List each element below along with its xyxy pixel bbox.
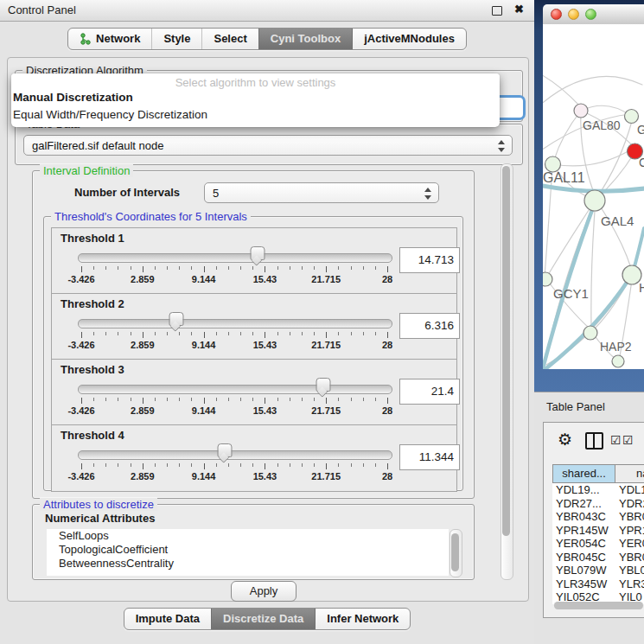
tick-mark	[252, 266, 253, 270]
algorithm-dropdown-popup: Select algorithm to view settings Manual…	[11, 73, 500, 127]
popup-option-equal-width[interactable]: Equal Width/Frequency Discretization	[13, 108, 207, 121]
slider-thumb[interactable]	[251, 246, 265, 260]
network-edge[interactable]	[596, 200, 631, 268]
network-node[interactable]	[584, 190, 605, 211]
tab-label: Network	[96, 29, 140, 49]
panel-scrollbar[interactable]	[501, 163, 513, 580]
attribute-item[interactable]: SelfLoops	[47, 529, 449, 543]
network-edge[interactable]	[554, 111, 581, 160]
tab-jactivemnodules[interactable]: jActiveMNodules	[352, 29, 466, 49]
tick-mark	[302, 266, 303, 270]
tick-label: 9.144	[192, 340, 216, 350]
attributes-group: Attributes to discretize Numerical Attri…	[32, 504, 475, 580]
tick-mark	[93, 463, 94, 467]
close-icon[interactable]: ✖	[514, 3, 524, 16]
gear-icon[interactable]: ⚙	[558, 430, 572, 450]
table-data-combobox[interactable]: galFiltered.sif default node	[23, 135, 513, 156]
slider-thumb[interactable]	[169, 312, 183, 326]
attribute-item[interactable]: BetweennessCentrality	[47, 557, 449, 571]
panel-title: Control Panel	[8, 3, 76, 16]
tick-mark	[179, 463, 180, 467]
tick-mark	[387, 463, 388, 469]
threshold-value-field[interactable]: 11.344	[399, 444, 460, 470]
checkbox-icon[interactable]: ☑	[610, 434, 622, 446]
tick-mark	[155, 332, 156, 335]
tab-cyni-toolbox[interactable]: Cyni Toolbox	[258, 29, 352, 49]
table-row[interactable]: YER054CYER0	[552, 537, 644, 551]
tick-label: 21.715	[311, 471, 341, 481]
tick-mark	[338, 332, 339, 335]
tick-mark	[326, 463, 327, 469]
minimize-traffic-light-icon[interactable]	[568, 9, 579, 20]
close-traffic-light-icon[interactable]	[551, 9, 562, 20]
float-window-icon[interactable]	[492, 6, 502, 16]
table-hscrollbar-thumb[interactable]	[554, 602, 643, 609]
tick-mark	[228, 266, 229, 270]
checkbox-icon[interactable]: ☑	[622, 434, 634, 446]
attributes-list[interactable]: SelfLoopsTopologicalCoefficientBetweenne…	[47, 529, 449, 576]
tick-mark	[290, 332, 290, 335]
table-row[interactable]: YBR045CYBR0	[552, 551, 644, 564]
table-row[interactable]: YBR043CYBR0	[552, 510, 644, 524]
tick-label: 15.43	[253, 274, 277, 284]
tick-mark	[118, 266, 118, 270]
tab-infer-network[interactable]: Infer Network	[315, 609, 410, 629]
column-header-name[interactable]: na	[615, 464, 644, 483]
attributes-scrollbar-thumb[interactable]	[451, 533, 459, 571]
zoom-traffic-light-icon[interactable]	[585, 9, 596, 20]
slider: -3.4262.8599.14415.4321.71528	[81, 425, 387, 491]
tick-mark	[155, 266, 156, 270]
tab-network[interactable]: Network	[68, 29, 151, 49]
tab-select[interactable]: Select	[201, 29, 258, 49]
apply-button[interactable]: Apply	[231, 581, 296, 602]
slider-thumb[interactable]	[218, 443, 233, 457]
table-row[interactable]: YDL19...YDL1	[552, 483, 644, 497]
node-label: GAL11	[543, 170, 585, 185]
tab-impute-data[interactable]: Impute Data	[124, 609, 211, 629]
network-icon	[80, 33, 92, 45]
tab-style[interactable]: Style	[151, 29, 201, 49]
table-row[interactable]: YDR27...YDR2	[552, 497, 644, 511]
panel-scrollbar-thumb[interactable]	[502, 166, 510, 536]
attribute-item[interactable]: TopologicalCoefficient	[47, 543, 449, 557]
popup-option-manual[interactable]: Manual Discretization	[13, 91, 133, 104]
threshold-row: Threshold 3-3.4262.8599.14415.4321.71528…	[51, 359, 457, 426]
threshold-value-field[interactable]: 14.713	[399, 247, 460, 273]
network-canvas[interactable]: GAL80GACGAL11GAL4GCY1HHAP2	[543, 24, 644, 369]
slider-thumb[interactable]	[316, 378, 330, 392]
tab-discretize-data[interactable]: Discretize Data	[211, 609, 315, 629]
tick-mark	[155, 398, 156, 401]
table-row[interactable]: YPR145WYPR1	[552, 524, 644, 538]
tick-mark	[143, 398, 143, 404]
network-node[interactable]	[543, 272, 552, 286]
network-node[interactable]	[583, 326, 597, 340]
tick-mark	[290, 463, 290, 467]
tick-mark	[167, 332, 168, 335]
tick-mark	[167, 398, 168, 401]
tick-mark	[375, 332, 376, 335]
network-node[interactable]	[612, 355, 624, 367]
network-window-titlebar[interactable]	[543, 4, 644, 25]
network-node[interactable]	[574, 104, 588, 118]
table-row[interactable]: YLR345WYLR3	[552, 577, 644, 591]
table-row[interactable]: YBL079WYBL0	[552, 564, 644, 577]
tick-mark	[363, 463, 364, 467]
threshold-value-field[interactable]: 21.4	[399, 379, 460, 405]
tick-mark	[363, 266, 364, 270]
network-edge[interactable]	[591, 200, 596, 326]
network-edge[interactable]	[543, 76, 642, 106]
num-intervals-combobox[interactable]: 5	[204, 182, 439, 203]
tick-mark	[167, 266, 168, 270]
threshold-value-field[interactable]: 6.316	[399, 313, 460, 339]
attributes-scrollbar[interactable]	[450, 529, 462, 577]
cell-shared-name: YBR043C	[552, 510, 615, 524]
tick-mark	[216, 398, 217, 401]
cell-shared-name: YPR145W	[552, 524, 615, 538]
column-header-shared-name[interactable]: shared...	[552, 464, 615, 483]
table-hscrollbar[interactable]	[554, 602, 643, 609]
columns-icon[interactable]	[585, 432, 603, 450]
interval-definition-title: Interval Definition	[40, 164, 133, 177]
network-edge[interactable]	[596, 121, 632, 200]
network-node[interactable]	[625, 110, 639, 124]
tick-label: 2.859	[131, 340, 155, 350]
